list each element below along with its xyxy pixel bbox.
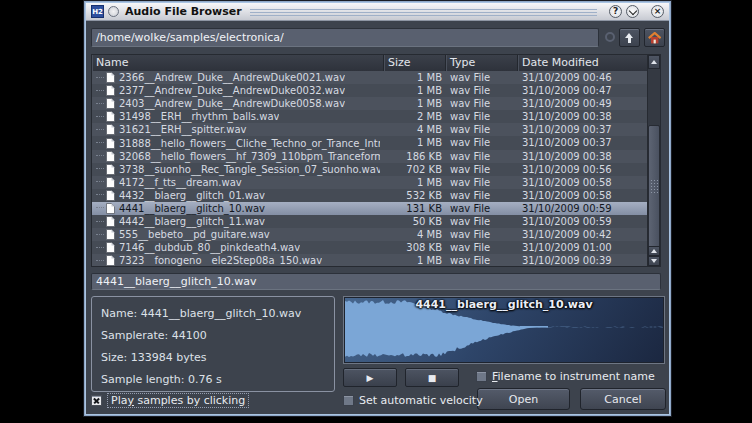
file-icon	[106, 242, 115, 253]
titlebar[interactable]: H2 Audio File Browser ? ×	[86, 3, 669, 21]
set-automatic-velocity-checkbox[interactable]: Set automatic velocity	[343, 394, 483, 407]
filename-to-instrument-checkbox[interactable]: Filename to instrument name	[476, 370, 655, 383]
cell-date: 31/10/2009 00:42	[518, 228, 647, 241]
table-row[interactable]: 31888__hello_flowers__Cliche_Techno_or_T…	[92, 136, 647, 149]
table-row[interactable]: 4172__f_tts__dream.wav 1 MB wav File 31/…	[92, 176, 647, 189]
cancel-button[interactable]: Cancel	[580, 388, 666, 410]
cell-type: wav File	[446, 97, 518, 110]
cell-date: 31/10/2009 00:38	[518, 150, 647, 163]
file-table: Name Size Type Date Modified 2366__Andre…	[91, 54, 661, 267]
vertical-scrollbar[interactable]	[647, 55, 660, 266]
triangle-up-icon	[651, 60, 657, 64]
cell-type: wav File	[446, 202, 518, 215]
waveform-preview[interactable]: 4441__blaerg__glitch_10.wav	[343, 296, 665, 364]
table-row[interactable]: 3738__suonho__Rec_Tangle_Session_07_suon…	[92, 163, 647, 176]
home-icon	[648, 32, 661, 44]
tree-branch-icon	[96, 194, 104, 196]
open-button[interactable]: Open	[477, 388, 570, 410]
cell-name: 7146__dubdub_80__pinkdeath4.wav	[92, 241, 384, 254]
table-row[interactable]: 2366__Andrew_Duke__AndrewDuke0021.wav 1 …	[92, 71, 647, 84]
cell-size: 1 MB	[384, 97, 446, 110]
table-row[interactable]: 4442__blaerg__glitch_11.wav 50 KB wav Fi…	[92, 215, 647, 228]
checkbox-box[interactable]	[343, 395, 354, 406]
pin-icon[interactable]	[108, 6, 119, 17]
cell-size: 1 MB	[384, 136, 446, 149]
tree-branch-icon	[96, 77, 104, 79]
table-row[interactable]: 32068__hello_flowers__hf_7309_110bpm_Tra…	[92, 150, 647, 163]
cell-name: 2377__Andrew_Duke__AndrewDuke0032.wav	[92, 84, 384, 97]
file-icon	[106, 229, 115, 240]
file-name: 2366__Andrew_Duke__AndrewDuke0021.wav	[119, 71, 345, 84]
column-header-date-modified[interactable]: Date Modified	[518, 55, 647, 71]
column-header-type[interactable]: Type	[446, 55, 518, 71]
tree-branch-icon	[96, 90, 104, 92]
table-row[interactable]: 4432__blaerg__glitch_01.wav 532 KB wav F…	[92, 189, 647, 202]
scroll-up-button[interactable]	[648, 55, 660, 69]
tree-branch-icon	[96, 129, 104, 131]
checkbox-label: Filename to instrument name	[492, 370, 655, 383]
stop-button[interactable]: ■	[405, 368, 459, 387]
tree-branch-icon	[96, 155, 104, 157]
table-row[interactable]: 31621__ERH__spitter.wav 4 MB wav File 31…	[92, 123, 647, 136]
file-icon	[106, 72, 115, 83]
reload-icon	[605, 32, 615, 42]
table-row[interactable]: 2377__Andrew_Duke__AndrewDuke0032.wav 1 …	[92, 84, 647, 97]
cell-type: wav File	[446, 163, 518, 176]
column-header-name[interactable]: Name	[92, 55, 384, 71]
cell-name: 31888__hello_flowers__Cliche_Techno_or_T…	[92, 136, 384, 149]
scroll-down-button[interactable]	[648, 256, 660, 266]
tree-branch-icon	[96, 234, 104, 236]
table-row[interactable]: 7323__fonogeno__ele2Step08a_150.wav 1 MB…	[92, 254, 647, 267]
table-row[interactable]: 7146__dubdub_80__pinkdeath4.wav 308 KB w…	[92, 241, 647, 254]
table-row[interactable]: 2403__Andrew_Duke__AndrewDuke0058.wav 1 …	[92, 97, 647, 110]
tree-branch-icon	[96, 260, 104, 262]
filename-input[interactable]: 4441__blaerg__glitch_10.wav	[91, 273, 661, 290]
preview-title: 4441__blaerg__glitch_10.wav	[344, 298, 664, 311]
cell-size: 131 KB	[384, 202, 446, 215]
waveform-tail	[520, 326, 548, 328]
play-samples-by-clicking-checkbox[interactable]: Play samples by clicking	[91, 393, 249, 408]
file-icon	[106, 164, 115, 175]
cell-date: 31/10/2009 00:37	[518, 123, 647, 136]
play-button[interactable]: ▶	[343, 368, 397, 387]
dialog-body: /home/wolke/samples/electronica/ Name Si…	[86, 21, 669, 414]
cell-date: 31/10/2009 01:00	[518, 241, 647, 254]
cell-type: wav File	[446, 254, 518, 267]
file-name: 31888__hello_flowers__Cliche_Techno_or_T…	[119, 137, 380, 150]
triangle-down-icon	[651, 259, 657, 263]
column-header-size[interactable]: Size	[384, 55, 446, 71]
cell-name: 4441__blaerg__glitch_10.wav	[92, 202, 384, 215]
cell-name: 555__bebeto__pd_guitare.wav	[92, 228, 384, 241]
help-button[interactable]: ?	[609, 5, 622, 18]
up-directory-button[interactable]	[619, 28, 640, 47]
cell-date: 31/10/2009 00:38	[518, 110, 647, 123]
path-input[interactable]: /home/wolke/samples/electronica/	[91, 28, 599, 47]
scrollbar-handle[interactable]	[648, 125, 660, 248]
checkbox-box[interactable]	[91, 395, 102, 406]
cell-name: 32068__hello_flowers__hf_7309_110bpm_Tra…	[92, 150, 384, 163]
window-title: Audio File Browser	[125, 5, 242, 18]
stop-icon: ■	[428, 373, 437, 383]
table-row[interactable]: 4441__blaerg__glitch_10.wav 131 KB wav F…	[92, 202, 647, 215]
cell-size: 2 MB	[384, 110, 446, 123]
cell-name: 4432__blaerg__glitch_01.wav	[92, 189, 384, 202]
file-icon	[106, 216, 115, 227]
file-icon	[106, 98, 115, 109]
cell-size: 702 KB	[384, 163, 446, 176]
titlebar-stripes	[250, 7, 597, 16]
scroll-up-button-bottom[interactable]	[648, 246, 660, 256]
home-directory-button[interactable]	[644, 28, 665, 47]
file-table-rows: 2366__Andrew_Duke__AndrewDuke0021.wav 1 …	[92, 71, 647, 266]
tree-branch-icon	[96, 168, 104, 170]
cell-size: 4 MB	[384, 228, 446, 241]
table-row[interactable]: 555__bebeto__pd_guitare.wav 4 MB wav Fil…	[92, 228, 647, 241]
table-row[interactable]: 31498__ERH__rhythm_balls.wav 2 MB wav Fi…	[92, 110, 647, 123]
cell-size: 308 KB	[384, 241, 446, 254]
shade-button[interactable]	[626, 5, 639, 18]
checkbox-box[interactable]	[476, 371, 487, 382]
info-name: Name: 4441__blaerg__glitch_10.wav	[101, 307, 301, 320]
cell-date: 31/10/2009 00:59	[518, 215, 647, 228]
close-button[interactable]: ×	[651, 5, 664, 18]
cell-size: 532 KB	[384, 189, 446, 202]
cell-size: 4 MB	[384, 123, 446, 136]
